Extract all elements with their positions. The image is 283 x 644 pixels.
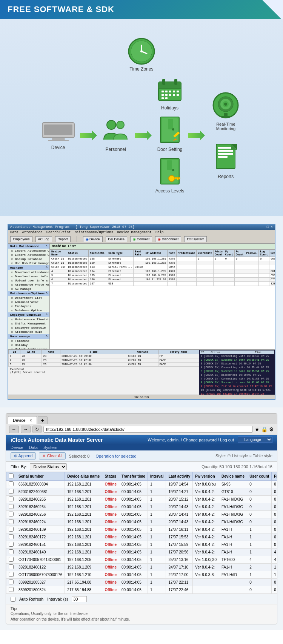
nav-data[interactable]: Data [29, 445, 38, 450]
menu-help[interactable]: Help [155, 231, 164, 234]
machine-row[interactable]: CHECK OUTDisconnected103Serial Port/...3… [50, 265, 275, 269]
auto-refresh-checkbox[interactable] [11, 597, 15, 602]
row-checkbox[interactable] [9, 489, 14, 494]
device-row[interactable]: 52031822400681192.168.1.201Offline 00:00… [6, 488, 277, 496]
row-checkbox[interactable] [9, 534, 14, 539]
sidebar-data-maintenance[interactable]: Data Maintenance^ [8, 244, 49, 249]
row-checkbox[interactable] [9, 579, 14, 584]
btn-disconnect[interactable]: ◉ Disconnect [155, 236, 181, 242]
row-checkbox[interactable] [9, 512, 14, 516]
row-checkbox[interactable] [9, 557, 14, 562]
sidebar-maintenance[interactable]: Maintenance/Options^ [8, 291, 49, 296]
row-checkbox[interactable] [9, 549, 14, 554]
row-checkbox[interactable] [9, 572, 14, 577]
menu-device[interactable]: Device management [117, 231, 152, 234]
sidebar-admin[interactable]: ☑ Administrator [8, 300, 49, 304]
sidebar-ac[interactable]: ☑ AC Manage [8, 287, 49, 291]
sidebar-download-user[interactable]: ☑ Download user info and Fp [8, 274, 49, 278]
tab-report[interactable]: Report [55, 236, 71, 242]
row-checkbox[interactable] [9, 504, 14, 509]
col-fpcount: Fp Count [224, 250, 234, 257]
browser-tab-device[interactable]: Device × [8, 416, 37, 424]
machine-row[interactable]: CHECK INDisconnected108Ethernet 192.168.… [50, 257, 275, 261]
operation-for-selected[interactable]: Operation for selected [95, 454, 136, 458]
star-icon[interactable]: ★ [255, 426, 260, 432]
machine-row[interactable]: CHECK INDisconnected109Ethernet 192.168.… [50, 261, 275, 265]
btn-device[interactable]: ◉ Device [83, 236, 103, 242]
sidebar-shifts[interactable]: ☑ Shifts Management [8, 321, 49, 326]
select-all-checkbox[interactable] [9, 473, 14, 478]
menu-attendance[interactable]: Attendance [22, 231, 43, 234]
sidebar-db[interactable]: ☑ Database Option... [8, 308, 49, 312]
sidebar-usb[interactable]: ☑ Use Usb Disk Manage [8, 261, 49, 265]
device-row[interactable]: OGT70400570413O0081192.168.1.205Offline … [6, 556, 277, 564]
row-checkbox[interactable] [9, 527, 14, 532]
browser-forward[interactable]: → [21, 426, 31, 433]
filter-select[interactable]: Device Status [30, 463, 67, 470]
row-checkbox[interactable] [9, 496, 14, 501]
sidebar-export[interactable]: ☑ Export Attendance Checking Data [8, 253, 49, 257]
machine-row[interactable]: 6Disconnected106Ethernet 101.81.228.3943… [50, 278, 275, 282]
device-row[interactable]: 3929182460189192.168.1.201Offline 00:00:… [6, 526, 277, 533]
browser-back[interactable]: ← [9, 426, 19, 433]
sidebar-schedule[interactable]: Employee Schedule^ [8, 312, 49, 317]
sidebar-emp-sched[interactable]: ☑ Employee Schedule [8, 326, 49, 330]
sidebar-timetables[interactable]: ☑ Maintenance Timetables [8, 317, 49, 321]
device-row[interactable]: 3929182460264192.168.1.201Offline 00:00:… [6, 503, 277, 511]
style-toggle[interactable]: Style: ☉ List style ○ Table style [215, 453, 272, 458]
sidebar-timezone[interactable]: ☑ Timezone [8, 339, 49, 343]
menu-data[interactable]: Data [10, 231, 18, 234]
tab-aclog[interactable]: AC Log [35, 236, 52, 242]
device-row[interactable]: 3929182460151192.168.1.201Offline 00:00:… [6, 541, 277, 549]
tab-employees[interactable]: Employees [10, 236, 32, 242]
machine-row[interactable]: 7Disconnected107USB 3204 [50, 282, 275, 286]
append-button[interactable]: ⊕ Append [11, 452, 36, 460]
sidebar-att-rule[interactable]: ☑ Attendance Rule [8, 330, 49, 334]
row-checkbox[interactable] [9, 481, 14, 486]
sidebar-dept[interactable]: ☑ Department List [8, 296, 49, 300]
device-row[interactable]: 3929182460140192.168.1.201Offline 00:00:… [6, 549, 277, 556]
btn-connect[interactable]: ◉ Connect [130, 236, 152, 242]
btn-del-device[interactable]: Del Device [106, 236, 128, 242]
sidebar-download-logs[interactable]: ☑ Download attendance logs [8, 270, 49, 274]
device-row[interactable]: 3929182460224192.168.1.201Offline 00:00:… [6, 518, 277, 526]
machine-row[interactable]: 5Disconnected105Ethernet 192.168.0.20543… [50, 274, 275, 278]
sidebar-upload-user[interactable]: ☑ Upload user info and FP [8, 278, 49, 283]
menu-maintenance[interactable]: Maintenance/Options [74, 231, 113, 234]
device-row[interactable]: 3399201800324217.65.194.88Offline 00:00:… [6, 586, 277, 594]
sidebar-unlock[interactable]: ☑ Unlock Combination [8, 347, 49, 349]
device-row[interactable]: 3929182460122192.168.1.209Offline 00:00:… [6, 564, 277, 571]
tab-close-icon[interactable]: × [30, 418, 32, 423]
btn-exit[interactable]: Exit system [184, 236, 207, 242]
device-row[interactable]: 66691825000304192.168.1.201Offline 00:00… [6, 481, 277, 488]
browser-refresh[interactable]: ↻ [32, 426, 42, 433]
sidebar-backup[interactable]: ☑ Backup Database [8, 257, 49, 261]
device-row[interactable]: 3929182460256192.168.1.201Offline 00:00:… [6, 511, 277, 518]
access-levels-label: Access Levels [155, 188, 185, 194]
language-select[interactable]: -- Language -- [238, 437, 272, 443]
interval-input[interactable] [72, 596, 87, 602]
nav-device[interactable]: Device [11, 445, 23, 450]
address-bar[interactable] [43, 426, 253, 433]
clear-all-button[interactable]: ✕ Clear All [39, 452, 66, 460]
device-row[interactable]: 3929182460172192.168.1.201Offline 00:00:… [6, 533, 277, 541]
sidebar-machine[interactable]: Machine^ [8, 265, 49, 270]
sidebar-holiday[interactable]: ☑ Holiday [8, 343, 49, 347]
settings-icon[interactable]: ⚙ [269, 426, 274, 432]
machine-row[interactable]: 4Disconnected104Ethernet 192.168.1.20543… [50, 269, 275, 274]
menu-search[interactable]: Search/Print [46, 231, 71, 234]
browser-tab-add[interactable]: + [38, 416, 48, 424]
device-row[interactable]: 3399201805327217.65.194.88Offline 00:00:… [6, 579, 277, 586]
row-checkbox[interactable] [9, 519, 14, 524]
ams-menubar[interactable]: Data Attendance Search/Print Maintenance… [8, 230, 275, 235]
row-checkbox[interactable] [9, 542, 14, 547]
row-checkbox[interactable] [9, 587, 14, 592]
sidebar-import[interactable]: ☑ Import Attendance Checking Data [8, 249, 49, 253]
sidebar-door[interactable]: Door manage^ [8, 334, 49, 339]
sidebar-employees[interactable]: ☑ Employees [8, 304, 49, 308]
device-row[interactable]: OGT70800067073000176192.168.1.210Offline… [6, 571, 277, 579]
sidebar-photo[interactable]: ☑ Attendance Photo Management [8, 283, 49, 287]
row-checkbox[interactable] [9, 564, 14, 569]
nav-system[interactable]: System [43, 445, 57, 450]
device-row[interactable]: 3929182460265192.168.1.201Offline 00:00:… [6, 496, 277, 503]
